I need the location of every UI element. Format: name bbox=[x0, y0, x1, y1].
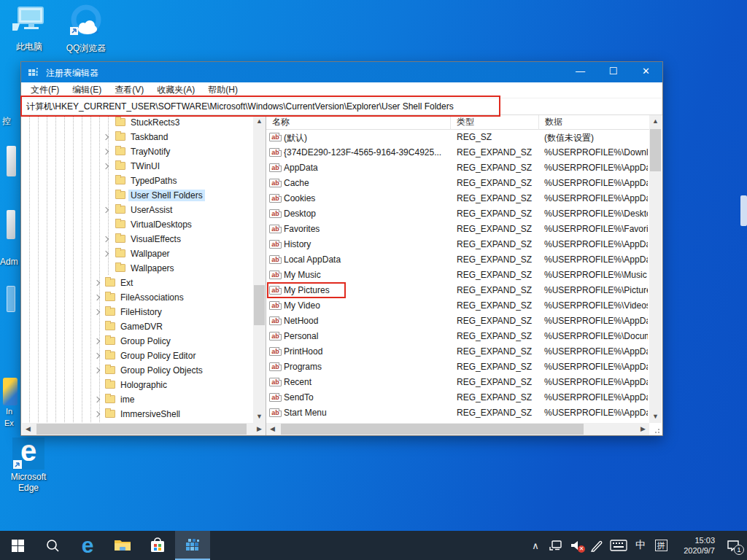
close-button[interactable]: ✕ bbox=[630, 62, 662, 82]
menu-文件-f[interactable]: 文件(F) bbox=[24, 82, 66, 98]
tree-item-virtualdesktops[interactable]: VirtualDesktops bbox=[22, 217, 253, 232]
scroll-thumb[interactable] bbox=[281, 424, 584, 435]
value-row-374de290-123f-4565-9164-39c4925[interactable]: ab{374DE290-123F-4565-9164-39C4925...REG… bbox=[266, 145, 649, 160]
taskbar-store-button[interactable] bbox=[140, 531, 175, 560]
tree-item-immersiveshell[interactable]: ImmersiveShell bbox=[22, 407, 253, 421]
list-horizontal-scrollbar[interactable]: ◀ ▶ bbox=[266, 423, 649, 435]
taskbar-file-explorer-button[interactable] bbox=[105, 531, 140, 560]
tray-chevron-up-icon[interactable]: ∧ bbox=[525, 531, 546, 560]
partial-icon-label[interactable]: Adm bbox=[0, 257, 18, 267]
value-row-cookies[interactable]: abCookiesREG_EXPAND_SZ%USERPROFILE%\AppD… bbox=[266, 191, 649, 206]
column-header-data[interactable]: 数据 bbox=[539, 115, 649, 130]
scroll-down-arrow[interactable]: ▼ bbox=[253, 411, 266, 423]
tree-item-holographic[interactable]: Holographic bbox=[22, 378, 253, 392]
partial-desktop-icon[interactable] bbox=[7, 146, 16, 176]
scroll-up-arrow[interactable]: ▲ bbox=[649, 115, 662, 128]
tree-item-gamedvr[interactable]: GameDVR bbox=[22, 319, 253, 334]
tray-ime-mode[interactable]: 中 bbox=[630, 531, 651, 560]
tree-item-group-policy-objects[interactable]: Group Policy Objects bbox=[22, 363, 253, 378]
value-row-recent[interactable]: abRecentREG_EXPAND_SZ%USERPROFILE%\AppDa bbox=[266, 375, 649, 390]
tree-vertical-scrollbar[interactable]: ▲ ▼ bbox=[253, 115, 266, 423]
value-row-sendto[interactable]: abSendToREG_EXPAND_SZ%USERPROFILE%\AppDa bbox=[266, 390, 649, 405]
chevron-right-icon[interactable] bbox=[103, 207, 109, 213]
maximize-button[interactable]: ☐ bbox=[597, 62, 630, 82]
taskbar-clock[interactable]: 15:03 2020/9/7 bbox=[671, 535, 719, 556]
tree-item-visualeffects[interactable]: VisualEffects bbox=[22, 232, 253, 246]
tray-network-icon[interactable] bbox=[546, 531, 566, 560]
tree-item-ext[interactable]: Ext bbox=[22, 276, 253, 290]
chevron-right-icon[interactable] bbox=[94, 280, 100, 286]
menu-帮助-h[interactable]: 帮助(H) bbox=[201, 82, 244, 98]
chevron-right-icon[interactable] bbox=[94, 397, 100, 402]
value-row-local-appdata[interactable]: abLocal AppDataREG_EXPAND_SZ%USERPROFILE… bbox=[266, 252, 649, 268]
value-row-默认[interactable]: ab(默认)REG_SZ(数值未设置) bbox=[266, 130, 649, 145]
chevron-right-icon[interactable] bbox=[94, 411, 100, 417]
partial-desktop-icon[interactable] bbox=[7, 286, 15, 312]
chevron-right-icon[interactable] bbox=[94, 338, 100, 344]
desktop-icon-edge[interactable]: e Microsoft Edge bbox=[7, 438, 50, 493]
tree-item-user-shell-folders[interactable]: User Shell Folders bbox=[22, 188, 253, 203]
value-row-desktop[interactable]: abDesktopREG_EXPAND_SZ%USERPROFILE%\Desk… bbox=[266, 206, 649, 222]
chevron-right-icon[interactable] bbox=[103, 163, 109, 169]
value-row-printhood[interactable]: abPrintHoodREG_EXPAND_SZ%USERPROFILE%\Ap… bbox=[266, 344, 649, 359]
tree-item-ime[interactable]: ime bbox=[22, 392, 253, 407]
taskbar-regedit-button[interactable] bbox=[175, 531, 210, 560]
chevron-right-icon[interactable] bbox=[103, 149, 109, 155]
taskbar-edge-button[interactable]: e bbox=[70, 531, 105, 560]
chevron-right-icon[interactable] bbox=[94, 295, 100, 300]
address-bar[interactable]: 计算机\HKEY_CURRENT_USER\SOFTWARE\Microsoft… bbox=[21, 98, 662, 115]
action-center-button[interactable]: 1 bbox=[719, 531, 747, 560]
menu-收藏夹-a[interactable]: 收藏夹(A) bbox=[150, 82, 201, 98]
scroll-left-arrow[interactable]: ◀ bbox=[266, 423, 279, 435]
tree-item-wallpapers[interactable]: Wallpapers bbox=[22, 261, 253, 276]
value-row-my-video[interactable]: abMy VideoREG_EXPAND_SZ%USERPROFILE%\Vid… bbox=[266, 298, 649, 314]
scroll-up-arrow[interactable]: ▲ bbox=[253, 115, 266, 128]
desktop-icon-qq-browser[interactable]: QQ浏览器 bbox=[63, 3, 109, 55]
menu-查看-v[interactable]: 查看(V) bbox=[108, 82, 150, 98]
tree-item-group-policy[interactable]: Group Policy bbox=[22, 334, 253, 349]
tree-item-taskband[interactable]: Taskband bbox=[22, 130, 253, 144]
scroll-down-arrow[interactable]: ▼ bbox=[649, 411, 662, 423]
minimize-button[interactable]: — bbox=[564, 62, 597, 82]
tray-ime-pinyin[interactable]: 拼 bbox=[651, 531, 671, 560]
scroll-thumb[interactable] bbox=[36, 424, 247, 435]
scroll-thumb[interactable] bbox=[650, 129, 661, 171]
tree-item-stuckrects3[interactable]: StuckRects3 bbox=[22, 115, 253, 130]
value-row-cache[interactable]: abCacheREG_EXPAND_SZ%USERPROFILE%\AppDa bbox=[266, 176, 649, 191]
value-row-nethood[interactable]: abNetHoodREG_EXPAND_SZ%USERPROFILE%\AppD… bbox=[266, 314, 649, 329]
chevron-right-icon[interactable] bbox=[103, 134, 109, 140]
tree-item-fileassociations[interactable]: FileAssociations bbox=[22, 290, 253, 305]
chevron-right-icon[interactable] bbox=[94, 353, 100, 359]
value-row-personal[interactable]: abPersonalREG_EXPAND_SZ%USERPROFILE%\Doc… bbox=[266, 329, 649, 344]
partial-icon-label[interactable]: 控 bbox=[2, 115, 11, 128]
tree-item-twinui[interactable]: TWinUI bbox=[22, 159, 253, 174]
tray-volume-muted-icon[interactable]: ✕ bbox=[566, 531, 587, 560]
tree-horizontal-scrollbar[interactable]: ◀ ▶ bbox=[22, 423, 266, 435]
list-vertical-scrollbar[interactable]: ▲ ▼ bbox=[649, 115, 662, 423]
value-row-appdata[interactable]: abAppDataREG_EXPAND_SZ%USERPROFILE%\AppD… bbox=[266, 160, 649, 176]
partial-ie-icon[interactable] bbox=[3, 378, 18, 405]
tree-item-traynotify[interactable]: TrayNotify bbox=[22, 144, 253, 159]
scroll-left-arrow[interactable]: ◀ bbox=[22, 423, 34, 435]
scroll-thumb[interactable] bbox=[254, 285, 265, 325]
desktop-icon-this-pc[interactable]: 此电脑 bbox=[6, 6, 53, 53]
value-row-start-menu[interactable]: abStart MenuREG_EXPAND_SZ%USERPROFILE%\A… bbox=[266, 405, 649, 421]
column-header-type[interactable]: 类型 bbox=[451, 115, 539, 130]
value-row-history[interactable]: abHistoryREG_EXPAND_SZ%USERPROFILE%\AppD… bbox=[266, 237, 649, 252]
chevron-right-icon[interactable] bbox=[103, 251, 109, 257]
scroll-right-arrow[interactable]: ▶ bbox=[253, 423, 266, 435]
tray-pen-icon[interactable] bbox=[587, 531, 607, 560]
tray-touch-keyboard-icon[interactable] bbox=[607, 531, 630, 560]
taskbar-search-button[interactable] bbox=[35, 531, 70, 560]
value-row-my-music[interactable]: abMy MusicREG_EXPAND_SZ%USERPROFILE%\Mus… bbox=[266, 268, 649, 283]
tree-item-typedpaths[interactable]: TypedPaths bbox=[22, 174, 253, 188]
tree-item-userassist[interactable]: UserAssist bbox=[22, 203, 253, 217]
partial-desktop-icon[interactable] bbox=[7, 210, 15, 239]
value-row-programs[interactable]: abProgramsREG_EXPAND_SZ%USERPROFILE%\App… bbox=[266, 359, 649, 375]
resize-grip[interactable] bbox=[652, 426, 659, 433]
chevron-right-icon[interactable] bbox=[103, 236, 109, 242]
tree-item-wallpaper[interactable]: Wallpaper bbox=[22, 246, 253, 261]
scroll-right-arrow[interactable]: ▶ bbox=[637, 423, 649, 435]
chevron-right-icon[interactable] bbox=[94, 309, 100, 315]
menu-编辑-e[interactable]: 编辑(E) bbox=[66, 82, 108, 98]
